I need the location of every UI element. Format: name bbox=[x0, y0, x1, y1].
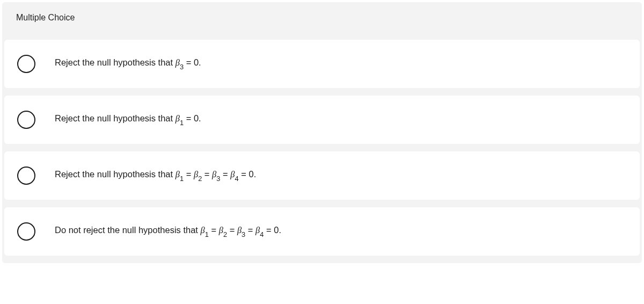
radio-button[interactable] bbox=[17, 111, 35, 129]
option-row[interactable]: Reject the null hypothesis that β1 = β2 … bbox=[4, 151, 640, 200]
option-row[interactable]: Reject the null hypothesis that β3 = 0. bbox=[4, 40, 640, 88]
option-text: Do not reject the null hypothesis that β… bbox=[55, 225, 281, 238]
radio-button[interactable] bbox=[17, 55, 35, 73]
option-row[interactable]: Do not reject the null hypothesis that β… bbox=[4, 207, 640, 256]
question-container: Multiple Choice Reject the null hypothes… bbox=[2, 2, 642, 263]
option-row[interactable]: Reject the null hypothesis that β1 = 0. bbox=[4, 96, 640, 144]
radio-button[interactable] bbox=[17, 222, 35, 241]
option-text: Reject the null hypothesis that β3 = 0. bbox=[55, 57, 201, 70]
options-list: Reject the null hypothesis that β3 = 0. … bbox=[2, 40, 642, 256]
question-type-header: Multiple Choice bbox=[2, 2, 642, 35]
option-text: Reject the null hypothesis that β1 = 0. bbox=[55, 113, 201, 126]
radio-button[interactable] bbox=[17, 167, 35, 185]
option-text: Reject the null hypothesis that β1 = β2 … bbox=[55, 169, 256, 182]
